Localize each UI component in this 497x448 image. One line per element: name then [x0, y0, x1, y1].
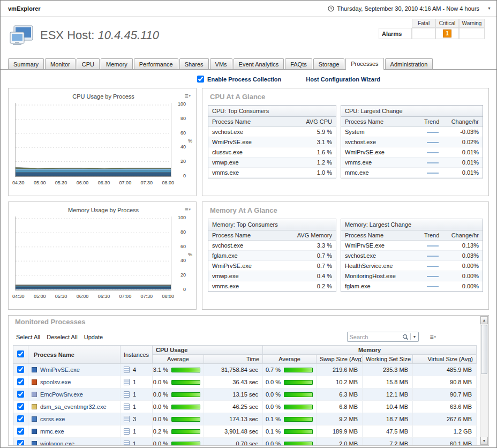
process-row[interactable]: spoolsv.exe 1 0.0 % 36.43 sec 0.0 % 10.2… — [13, 376, 477, 389]
instances-count: 4 — [133, 367, 136, 373]
cpu-time-value: 3,901.48 sec — [204, 425, 263, 438]
table-row[interactable]: WmiPrvSE.exe0.7 % — [208, 261, 336, 271]
process-name: WmiPrvSE.exe — [40, 367, 80, 373]
table-row[interactable]: MonitoringHost.exe0.00% — [341, 271, 483, 281]
working-set-value: 47.5 MB — [363, 425, 413, 438]
chart-options-icon[interactable]: ≡▾ — [184, 206, 191, 213]
column-header-change[interactable]: Change/hr — [445, 117, 483, 127]
process-row[interactable]: EmcPowSrv.exe 1 0.0 % 13.15 sec 0.0 % 6.… — [13, 389, 477, 401]
process-row[interactable]: dsm_sa_eventmgr32.exe 1 0.0 % 46.25 sec … — [13, 401, 477, 413]
scrollbar-thumb[interactable] — [481, 325, 487, 374]
tab-administration[interactable]: Administration — [385, 58, 433, 69]
table-row[interactable]: fglam.exe0.00% — [341, 281, 483, 292]
tab-summary[interactable]: Summary — [8, 58, 44, 69]
time-range-selector[interactable]: Thursday, September 30, 2010 4:16 AM - N… — [328, 5, 491, 12]
x-axis-tick: 07:00 — [119, 294, 132, 299]
column-header-swap-size[interactable]: Swap Size (Avg) — [317, 355, 363, 364]
process-row[interactable]: winlogon.exe 1 0.0 % 0.70 sec 0.0 % 2.0 … — [13, 438, 477, 446]
column-header-process-name[interactable]: Process Name — [341, 230, 420, 241]
column-header-working-set[interactable]: Working Set Size — [363, 355, 413, 364]
column-header-process-name[interactable]: Process Name — [208, 230, 275, 241]
chart-options-icon[interactable]: ≡▾ — [184, 93, 191, 99]
select-all-button[interactable]: Select All — [16, 334, 40, 340]
row-checkbox[interactable] — [17, 391, 24, 398]
column-header-process-name[interactable]: Process Name — [208, 117, 283, 127]
host-ip: 10.4.45.110 — [97, 28, 159, 42]
scroll-down-button[interactable]: ▼ — [480, 437, 488, 445]
enable-process-collection-label[interactable]: Enable Process Collection — [197, 76, 281, 83]
scroll-up-button[interactable]: ▲ — [480, 316, 488, 324]
select-all-checkbox[interactable] — [17, 350, 24, 357]
row-checkbox[interactable] — [17, 415, 24, 422]
tab-event-analytics[interactable]: Event Analytics — [234, 58, 284, 69]
column-header-cpu-average[interactable]: Average — [153, 355, 204, 364]
monitored-toolbar: Select All Deselect All Update ▼ ≡▾ — [13, 330, 479, 345]
table-row[interactable]: HealthService.exe0.00% — [341, 261, 483, 271]
tab-storage[interactable]: Storage — [313, 58, 345, 69]
table-row[interactable]: vmms.exe0.2 % — [208, 281, 336, 292]
deselect-all-button[interactable]: Deselect All — [47, 334, 77, 340]
table-row[interactable]: svchost.exe0.03% — [341, 251, 483, 261]
table-row[interactable]: clussvc.exe1.6 % — [208, 147, 336, 158]
alarms-fatal-count[interactable] — [412, 28, 435, 39]
tab-monitor[interactable]: Monitor — [45, 58, 76, 69]
enable-process-collection-checkbox[interactable] — [197, 76, 204, 83]
alarms-label: Alarms — [379, 28, 412, 39]
row-checkbox[interactable] — [17, 440, 24, 446]
table-row[interactable]: svchost.exe3.3 % — [208, 241, 336, 251]
x-axis-tick: 05:00 — [34, 294, 46, 299]
table-options-icon[interactable]: ≡▾ — [430, 333, 436, 341]
tab-memory[interactable]: Memory — [101, 58, 133, 69]
table-row[interactable]: vmms.exe0.01% — [341, 158, 483, 168]
column-header-avg-cpu[interactable]: AVG CPU — [283, 117, 336, 127]
row-checkbox[interactable] — [17, 403, 24, 410]
table-row[interactable]: vmms.exe1.0 % — [208, 168, 336, 178]
column-header-mem-average[interactable]: Average — [263, 355, 317, 364]
tab-cpu[interactable]: CPU — [77, 58, 100, 69]
column-header-change[interactable]: Change/hr — [445, 230, 483, 241]
search-icon[interactable] — [402, 334, 409, 340]
table-row[interactable]: WmiPrvSE.exe0.01% — [341, 147, 483, 158]
column-header-trend[interactable]: Trend — [420, 117, 445, 127]
process-name: HealthService.exe — [341, 261, 420, 271]
instances-icon — [124, 440, 130, 446]
table-row[interactable]: mmc.exe0.01% — [341, 168, 483, 178]
tab-performance[interactable]: Performance — [134, 58, 178, 69]
table-row[interactable]: WmiPrvSE.exe3.1 % — [208, 137, 336, 147]
column-header-process-name[interactable]: Process Name — [28, 346, 121, 364]
process-row[interactable]: csrss.exe 3 0.0 % 174.13 sec 0.1 % 9.2 M… — [13, 413, 477, 425]
alarms-critical-count[interactable]: 1 — [443, 29, 451, 38]
table-row[interactable]: WmiPrvSE.exe0.13% — [341, 241, 483, 251]
column-header-trend[interactable]: Trend — [420, 230, 445, 241]
vertical-scrollbar[interactable]: ▲ ▼ — [480, 316, 488, 445]
column-header-instances[interactable]: Instances — [121, 346, 153, 364]
table-row[interactable]: svchost.exe5.9 % — [208, 127, 336, 137]
process-row[interactable]: mmc.exe 1 0.2 % 3,901.48 sec 0.1 % 189.9… — [13, 425, 477, 438]
host-configuration-wizard-link[interactable]: Host Configuration Wizard — [306, 76, 380, 83]
column-header-process-name[interactable]: Process Name — [341, 117, 420, 127]
tab-processes[interactable]: Processes — [345, 58, 383, 70]
column-header-avg-memory[interactable]: AVG Memory — [275, 230, 336, 241]
row-checkbox[interactable] — [17, 378, 24, 385]
table-row[interactable]: fglam.exe0.7 % — [208, 251, 336, 261]
row-checkbox[interactable] — [17, 428, 24, 435]
table-row[interactable]: System-0.03% — [341, 127, 483, 137]
table-row[interactable]: vmwp.exe1.2 % — [208, 158, 336, 168]
process-row[interactable]: WmiPrvSE.exe 4 3.1 % 31,758.84 sec 0.7 %… — [13, 364, 477, 376]
chevron-down-icon[interactable]: ▼ — [412, 335, 417, 339]
update-button[interactable]: Update — [84, 334, 103, 340]
tab-faqts[interactable]: FAQts — [285, 58, 312, 69]
row-checkbox[interactable] — [17, 366, 24, 373]
column-header-cpu-time[interactable]: Time — [204, 355, 263, 364]
tab-vms[interactable]: VMs — [210, 58, 232, 69]
table-row[interactable]: vmwp.exe0.4 % — [208, 271, 336, 281]
avg-cpu-value: 1.0 % — [283, 168, 336, 178]
avg-cpu-value: 1.6 % — [283, 147, 336, 158]
table-row[interactable]: svchost.exe0.02% — [341, 137, 483, 147]
alarms-warning-count[interactable] — [459, 28, 485, 39]
tab-shares[interactable]: Shares — [179, 58, 209, 69]
change-value: -0.03% — [445, 127, 483, 137]
column-header-virtual-size[interactable]: Virtual Size (Avg) — [413, 355, 477, 364]
search-input[interactable] — [349, 334, 402, 340]
alarms-col-warning: Warning — [459, 19, 485, 28]
